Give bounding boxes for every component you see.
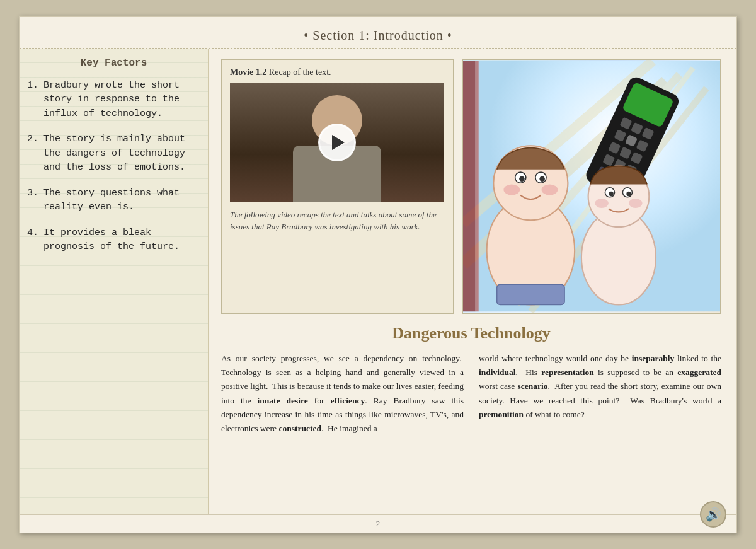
page-body: Key Factors 1. Bradbury wrote the short …: [20, 49, 736, 514]
list-text: The story is mainly about the dangers of…: [43, 134, 185, 173]
svg-point-34: [609, 191, 614, 196]
svg-point-28: [542, 184, 558, 195]
svg-point-26: [539, 176, 545, 182]
text-column-1: As our society progresses, we see a depe…: [221, 352, 464, 436]
bold-word: innate desire: [258, 396, 308, 405]
list-number: 1.: [27, 79, 38, 93]
main-content: Movie 1.2 Recap of the text. The followi…: [209, 49, 736, 514]
video-panel: Movie 1.2 Recap of the text. The followi…: [221, 59, 454, 314]
audio-button[interactable]: 🔊: [700, 501, 726, 528]
page-footer: 2 🔊: [20, 514, 736, 533]
sidebar-title: Key Factors: [27, 57, 200, 69]
list-item: 4. It provides a bleak prognosis of the …: [27, 226, 200, 255]
video-thumbnail[interactable]: [230, 83, 444, 202]
key-factors-list: 1. Bradbury wrote the short story in res…: [27, 79, 200, 255]
list-text: The story questions what reality even is…: [43, 188, 180, 213]
play-icon: [332, 135, 345, 150]
bold-word: constructed: [278, 424, 321, 433]
video-caption: The following video recaps the text and …: [230, 209, 445, 233]
bold-word: exaggerated: [677, 367, 721, 377]
bold-word: scenario: [517, 381, 547, 391]
list-number: 2.: [27, 132, 38, 147]
list-number: 3.: [27, 187, 38, 201]
page-header: Section 1: Introduction: [20, 17, 736, 49]
svg-point-27: [503, 184, 520, 195]
bold-word: premonition: [479, 410, 524, 419]
svg-rect-29: [497, 284, 564, 304]
text-column-2: world where technology would one day be …: [479, 352, 721, 436]
bold-word: efficiency: [331, 396, 365, 405]
section-heading: Dangerous Technology: [221, 324, 721, 343]
list-text: Bradbury wrote the short story in respon…: [43, 80, 180, 119]
svg-rect-38: [463, 61, 475, 311]
movie-title: Recap of the text.: [269, 67, 331, 77]
svg-point-37: [629, 198, 642, 207]
page-number: 2: [376, 519, 381, 528]
svg-point-36: [595, 198, 608, 207]
text-columns: As our society progresses, we see a depe…: [221, 352, 721, 436]
bold-word: individual: [479, 367, 516, 377]
media-section: Movie 1.2 Recap of the text. The followi…: [221, 59, 721, 314]
sidebar: Key Factors 1. Bradbury wrote the short …: [20, 49, 209, 514]
list-number: 4.: [27, 226, 38, 241]
page: Section 1: Introduction Key Factors 1. B…: [19, 16, 737, 533]
movie-id: Movie 1.2: [230, 67, 266, 77]
cartoon-panel: [462, 59, 721, 314]
svg-point-25: [519, 176, 525, 182]
list-item: 2. The story is mainly about the dangers…: [27, 132, 200, 175]
video-label: Movie 1.2 Recap of the text.: [230, 67, 445, 78]
svg-point-35: [626, 191, 631, 196]
list-text: It provides a bleak prognosis of the fut…: [43, 228, 180, 253]
list-item: 3. The story questions what reality even…: [27, 187, 200, 215]
bold-word: representation: [541, 367, 594, 377]
list-item: 1. Bradbury wrote the short story in res…: [27, 79, 200, 122]
play-button[interactable]: [318, 124, 356, 161]
svg-rect-39: [475, 61, 478, 311]
cartoon-svg: [463, 60, 720, 313]
section-title: Section 1: Introduction: [312, 28, 443, 42]
cartoon-art: [463, 60, 720, 313]
audio-icon: 🔊: [706, 507, 721, 522]
text-section: Dangerous Technology As our society prog…: [221, 324, 721, 504]
bold-word: inseparably: [632, 354, 675, 363]
